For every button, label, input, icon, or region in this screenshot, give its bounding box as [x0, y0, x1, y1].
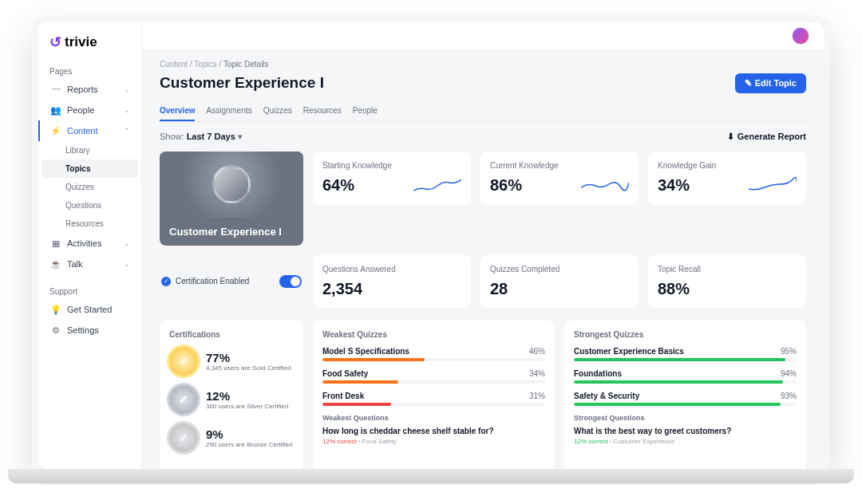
nav-reports[interactable]: 〰Reports⌄ — [38, 79, 141, 100]
weakest-question[interactable]: How long is cheddar cheese shelf stable … — [322, 427, 545, 435]
sub-library[interactable]: Library — [38, 141, 141, 159]
crumb-topics[interactable]: Topics — [194, 60, 216, 69]
progress-bar — [322, 403, 391, 406]
quiz-item[interactable]: Food Safety34% — [322, 369, 545, 384]
pencil-icon: ✎ — [745, 78, 752, 89]
hero-title: Customer Experience I — [160, 218, 303, 246]
nav-activities[interactable]: ▦Activities⌄ — [38, 233, 141, 254]
bronze-badge-icon: ✓ — [169, 423, 198, 452]
silver-badge-icon: ✓ — [169, 385, 198, 414]
quiz-item[interactable]: Front Desk31% — [322, 392, 545, 406]
coffee-icon: ☕ — [51, 259, 61, 269]
sparkline-icon — [581, 176, 629, 195]
quiz-item[interactable]: Model S Specifications46% — [322, 347, 545, 361]
people-icon: 👥 — [51, 105, 61, 115]
nav-people[interactable]: 👥People⌄ — [38, 100, 141, 120]
stat-starting-knowledge: Starting Knowledge 64% — [313, 152, 471, 205]
cert-toggle[interactable] — [279, 275, 302, 288]
hero-image — [160, 152, 303, 218]
breadcrumb: Content / Topics / Topic Details — [160, 60, 806, 69]
tab-people[interactable]: People — [353, 101, 378, 121]
quiz-item[interactable]: Customer Experience Basics95% — [574, 347, 797, 361]
chevron-down-icon: ⌄ — [124, 85, 130, 93]
stat-current-knowledge: Current Knowledge 86% — [480, 152, 639, 205]
cert-label: Certification Enabled — [176, 277, 249, 285]
tab-quizzes[interactable]: Quizzes — [263, 101, 292, 121]
content-area: Content / Topics / Topic Details Custome… — [142, 50, 824, 469]
chart-icon: 〰 — [51, 85, 61, 94]
sub-questions[interactable]: Questions — [38, 196, 141, 215]
nav-get-started[interactable]: 💡Get Started — [38, 299, 141, 320]
stat-questions-answered: Questions Answered 2,354 — [313, 255, 471, 308]
cert-bronze: ✓ 9%290 users are Bronze Certified — [169, 423, 294, 452]
hero-avatar — [212, 165, 251, 203]
edit-topic-button[interactable]: ✎Edit Topic — [735, 73, 806, 93]
stat-topic-recall: Topic Recall 88% — [648, 255, 806, 308]
sub-topics[interactable]: Topics — [42, 159, 138, 178]
bulb-icon: 💡 — [51, 305, 61, 314]
quiz-item[interactable]: Foundations94% — [574, 369, 797, 384]
tabs: Overview Assignments Quizzes Resources P… — [160, 101, 806, 122]
quiz-item[interactable]: Safety & Security93% — [574, 392, 797, 406]
nav-settings[interactable]: ⚙Settings — [38, 320, 141, 341]
date-filter[interactable]: Show: Last 7 Days ▾ — [160, 132, 243, 142]
bolt-icon: ⚡ — [51, 126, 61, 136]
logo-text: trivie — [65, 34, 97, 50]
tab-resources[interactable]: Resources — [303, 101, 342, 121]
chevron-up-icon: ⌃ — [124, 127, 130, 135]
certifications-card: Certifications ✓ 77%4,345 users are Gold… — [160, 321, 303, 469]
tab-overview[interactable]: Overview — [160, 101, 195, 121]
cert-silver: ✓ 12%300 users are Silver Certified — [169, 385, 294, 414]
gold-badge-icon: ✓ — [169, 347, 198, 376]
generate-report-button[interactable]: ⬇Generate Report — [727, 132, 806, 142]
sparkline-icon — [749, 176, 797, 195]
main: Content / Topics / Topic Details Custome… — [142, 22, 824, 469]
clipboard-icon: ▦ — [51, 238, 61, 248]
page-title: Customer Experience I — [160, 74, 324, 92]
progress-bar — [322, 358, 425, 361]
logo-icon: ↺ — [49, 33, 61, 51]
certification-toggle-row: ✓ Certification Enabled — [160, 255, 303, 308]
chevron-down-icon: ⌄ — [124, 260, 130, 268]
section-support: Support — [38, 282, 141, 299]
tab-assignments[interactable]: Assignments — [206, 101, 251, 121]
section-pages: Pages — [38, 62, 141, 79]
nav-talk[interactable]: ☕Talk⌄ — [38, 254, 141, 274]
progress-bar — [574, 358, 785, 361]
crumb-current: Topic Details — [223, 60, 269, 69]
hero-card: Customer Experience I — [160, 152, 303, 246]
progress-bar — [322, 380, 398, 384]
sub-resources[interactable]: Resources — [38, 215, 141, 233]
logo[interactable]: ↺ trivie — [38, 33, 141, 62]
weakest-quizzes-card: Weakest Quizzes Model S Specifications46… — [313, 321, 555, 469]
crumb-content[interactable]: Content — [160, 60, 188, 69]
chevron-down-icon: ⌄ — [124, 106, 130, 114]
sub-quizzes[interactable]: Quizzes — [38, 178, 141, 196]
gear-icon: ⚙ — [51, 325, 61, 335]
chevron-down-icon: ⌄ — [124, 239, 130, 247]
sidebar: ↺ trivie Pages 〰Reports⌄ 👥People⌄ ⚡Conte… — [38, 22, 142, 469]
strongest-question[interactable]: What is the best way to greet customers? — [574, 427, 797, 435]
download-icon: ⬇ — [727, 132, 734, 142]
caret-down-icon: ▾ — [238, 132, 243, 141]
progress-bar — [574, 380, 783, 384]
progress-bar — [574, 403, 781, 406]
check-icon: ✓ — [161, 277, 171, 286]
stat-quizzes-completed: Quizzes Completed 28 — [480, 255, 639, 308]
topbar — [142, 22, 824, 50]
stat-knowledge-gain: Knowledge Gain 34% — [648, 152, 806, 205]
sparkline-icon — [413, 176, 461, 195]
strongest-quizzes-card: Strongest Quizzes Customer Experience Ba… — [564, 321, 806, 469]
nav-content[interactable]: ⚡Content⌃ — [38, 120, 141, 141]
cert-gold: ✓ 77%4,345 users are Gold Certified — [169, 347, 294, 376]
avatar[interactable] — [792, 27, 809, 45]
